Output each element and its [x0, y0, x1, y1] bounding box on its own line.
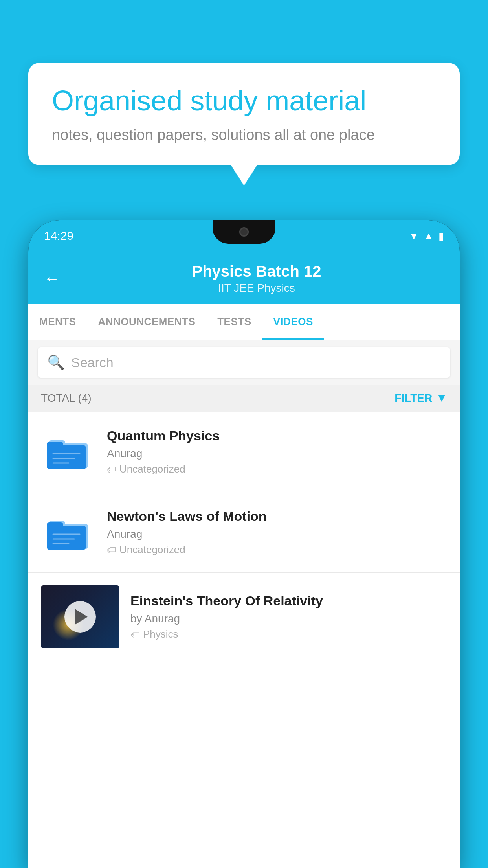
video-title-2: Newton's Laws of Motion	[107, 509, 447, 524]
list-item[interactable]: Quantum Physics Anurag 🏷 Uncategorized	[28, 412, 460, 492]
video-info-1: Quantum Physics Anurag 🏷 Uncategorized	[107, 428, 447, 475]
tag-icon-3: 🏷	[130, 629, 140, 640]
search-icon: 🔍	[47, 354, 65, 371]
filter-bar: TOTAL (4) FILTER ▼	[28, 385, 460, 412]
filter-label: FILTER	[394, 392, 432, 405]
tabs-bar: MENTS ANNOUNCEMENTS TESTS VIDEOS	[28, 304, 460, 340]
header-title: Physics Batch 12	[69, 263, 444, 280]
search-bar-container: 🔍 Search	[28, 340, 460, 385]
video-tag-3: 🏷 Physics	[130, 628, 447, 640]
total-count: TOTAL (4)	[41, 392, 92, 405]
video-title-1: Quantum Physics	[107, 428, 447, 443]
tag-icon-2: 🏷	[107, 544, 116, 555]
phone-screen: ← Physics Batch 12 IIT JEE Physics MENTS…	[28, 252, 460, 868]
video-author-1: Anurag	[107, 447, 447, 460]
search-placeholder: Search	[71, 355, 114, 370]
video-author-2: Anurag	[107, 528, 447, 541]
battery-icon: ▮	[438, 230, 444, 242]
tag-label-3: Physics	[143, 628, 178, 640]
folder-thumbnail-1	[41, 424, 96, 479]
status-time: 14:29	[44, 229, 73, 243]
search-bar[interactable]: 🔍 Search	[38, 347, 450, 378]
video-title-3: Einstein's Theory Of Relativity	[130, 593, 447, 609]
folder-icon	[47, 514, 90, 551]
svg-rect-3	[47, 442, 63, 448]
folder-icon	[47, 433, 90, 471]
list-item[interactable]: Newton's Laws of Motion Anurag 🏷 Uncateg…	[28, 492, 460, 573]
phone-frame: 14:29 ▼ ▲ ▮ ← Physics Batch 12 IIT JEE P…	[28, 220, 460, 868]
app-header: ← Physics Batch 12 IIT JEE Physics	[28, 252, 460, 304]
bubble-subtitle: notes, question papers, solutions all at…	[52, 127, 436, 143]
status-bar: 14:29 ▼ ▲ ▮	[28, 220, 460, 252]
status-icons: ▼ ▲ ▮	[409, 230, 444, 242]
tab-tests[interactable]: TESTS	[206, 304, 262, 340]
video-thumbnail-3	[41, 585, 119, 648]
svg-rect-10	[47, 522, 63, 529]
folder-thumbnail-2	[41, 505, 96, 560]
tab-videos[interactable]: VIDEOS	[262, 304, 324, 340]
tag-icon-1: 🏷	[107, 464, 116, 475]
tab-ments[interactable]: MENTS	[28, 304, 87, 340]
list-item[interactable]: Einstein's Theory Of Relativity by Anura…	[28, 573, 460, 661]
video-info-3: Einstein's Theory Of Relativity by Anura…	[130, 593, 447, 640]
signal-icon: ▲	[424, 230, 434, 242]
video-list: Quantum Physics Anurag 🏷 Uncategorized	[28, 412, 460, 868]
tab-announcements[interactable]: ANNOUNCEMENTS	[87, 304, 207, 340]
svg-rect-9	[47, 526, 86, 550]
back-button[interactable]: ←	[44, 270, 60, 287]
filter-icon: ▼	[436, 392, 447, 405]
tag-label-2: Uncategorized	[119, 544, 185, 556]
play-button[interactable]	[64, 601, 96, 633]
header-title-area: Physics Batch 12 IIT JEE Physics	[69, 263, 444, 294]
wifi-icon: ▼	[409, 230, 419, 242]
header-subtitle: IIT JEE Physics	[69, 282, 444, 294]
filter-button[interactable]: FILTER ▼	[394, 392, 447, 405]
bubble-title: Organised study material	[52, 85, 436, 117]
video-tag-2: 🏷 Uncategorized	[107, 544, 447, 556]
video-tag-1: 🏷 Uncategorized	[107, 463, 447, 475]
speech-bubble: Organised study material notes, question…	[28, 63, 460, 165]
video-info-2: Newton's Laws of Motion Anurag 🏷 Uncateg…	[107, 509, 447, 556]
tag-label-1: Uncategorized	[119, 463, 185, 475]
play-triangle-icon	[75, 609, 88, 625]
svg-rect-2	[47, 445, 86, 469]
phone-notch	[213, 220, 275, 244]
video-author-3: by Anurag	[130, 612, 447, 625]
phone-camera	[239, 227, 249, 237]
